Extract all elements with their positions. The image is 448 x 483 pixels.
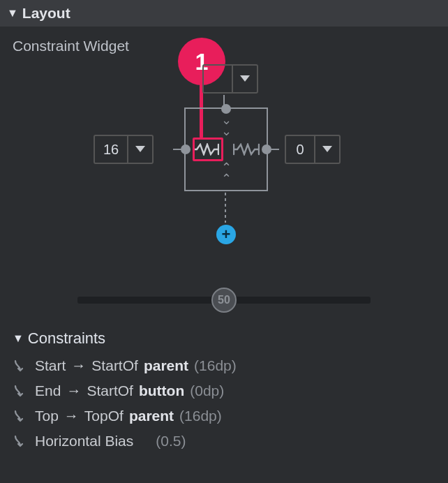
constraint-row[interactable]: Top → TopOf parent (16dp): [11, 403, 437, 429]
constraint-value: (16dp): [194, 357, 237, 374]
constraint-value: (0dp): [190, 382, 224, 399]
constraint-widget-label: Constraint Widget: [13, 38, 437, 54]
add-bottom-constraint-button[interactable]: +: [216, 225, 236, 244]
svg-marker-2: [322, 146, 332, 152]
constraint-view-box[interactable]: ⌄ ⌄ ⌃ ⌃: [184, 107, 268, 191]
constraint-target: parent: [144, 357, 188, 374]
chevron-down-icon: [135, 146, 145, 153]
chevron-down-icon: [240, 75, 250, 82]
constraint-row[interactable]: End → StartOf button (0dp): [11, 378, 437, 403]
constraint-icon: [13, 408, 29, 424]
slider-thumb[interactable]: 50: [211, 288, 237, 313]
end-constraint-handle[interactable]: [262, 144, 271, 154]
bottom-unconstrained-indicator: [225, 193, 226, 226]
wrap-chevron-icon: ⌃: [221, 174, 232, 183]
size-mode-end-half[interactable]: [226, 138, 267, 161]
start-constraint-handle[interactable]: [181, 144, 191, 154]
constraint-relation: StartOf: [87, 382, 133, 399]
constraint-value: (16dp): [179, 408, 222, 424]
constraint-relation: TopOf: [84, 408, 124, 424]
collapse-caret-icon: ▼: [13, 333, 24, 344]
margin-start-value: 16: [95, 142, 127, 158]
margin-top-dropdown-arrow[interactable]: [232, 66, 257, 92]
svg-marker-1: [135, 146, 145, 152]
constraints-section-title: Constraints: [28, 329, 105, 348]
horizontal-bias-slider[interactable]: 50: [77, 286, 371, 314]
margin-start-dropdown[interactable]: 16: [94, 135, 154, 164]
margin-start-dropdown-arrow[interactable]: [127, 136, 152, 163]
constraint-row[interactable]: Start → StartOf parent (16dp): [11, 353, 437, 378]
constraints-list: Start → StartOf parent (16dp) End → Star…: [11, 353, 437, 454]
slider-value: 50: [218, 294, 230, 306]
layout-section-title: Layout: [22, 5, 70, 22]
svg-marker-0: [240, 75, 250, 82]
horizontal-size-mode: [186, 138, 267, 161]
margin-end-dropdown-arrow[interactable]: [314, 136, 339, 163]
chevron-down-icon: [322, 146, 332, 153]
layout-section-header[interactable]: ▼ Layout: [0, 0, 448, 27]
constraint-icon: [13, 382, 29, 399]
size-mode-start-half[interactable]: [186, 138, 226, 161]
constraints-section-header[interactable]: ▼ Constraints: [13, 329, 437, 348]
constraint-widget-stage: 1 16 0 ⌄ ⌄: [11, 60, 437, 262]
plus-icon: +: [222, 227, 231, 242]
arrow-right-icon: →: [71, 357, 86, 374]
constraint-attr: Top: [35, 408, 59, 424]
wrap-chevron-icon: ⌄: [221, 116, 232, 124]
spring-icon: [233, 143, 260, 156]
spring-icon: [193, 143, 219, 156]
constraint-icon: [13, 433, 29, 449]
constraint-target: button: [139, 382, 184, 399]
arrow-right-icon: →: [66, 382, 81, 399]
margin-end-value: 0: [286, 142, 314, 158]
arrow-right-icon: →: [64, 408, 79, 424]
top-constraint-handle[interactable]: [221, 104, 231, 114]
constraint-relation: StartOf: [91, 357, 138, 374]
wrap-chevron-icon: ⌄: [221, 127, 232, 135]
constraint-attr: Start: [35, 357, 66, 374]
constraint-row[interactable]: Horizontal Bias (0.5): [11, 429, 437, 454]
margin-top-dropdown[interactable]: [202, 64, 258, 94]
wrap-chevron-icon: ⌃: [221, 163, 232, 172]
constraint-icon: [13, 357, 29, 374]
layout-panel: Constraint Widget 1 16 0: [0, 27, 448, 461]
constraint-attr: End: [35, 382, 61, 399]
constraint-value: (0.5): [156, 433, 186, 449]
collapse-caret-icon: ▼: [7, 8, 18, 19]
constraint-attr: Horizontal Bias: [35, 433, 133, 449]
constraint-target: parent: [129, 408, 174, 424]
margin-end-dropdown[interactable]: 0: [285, 135, 341, 164]
